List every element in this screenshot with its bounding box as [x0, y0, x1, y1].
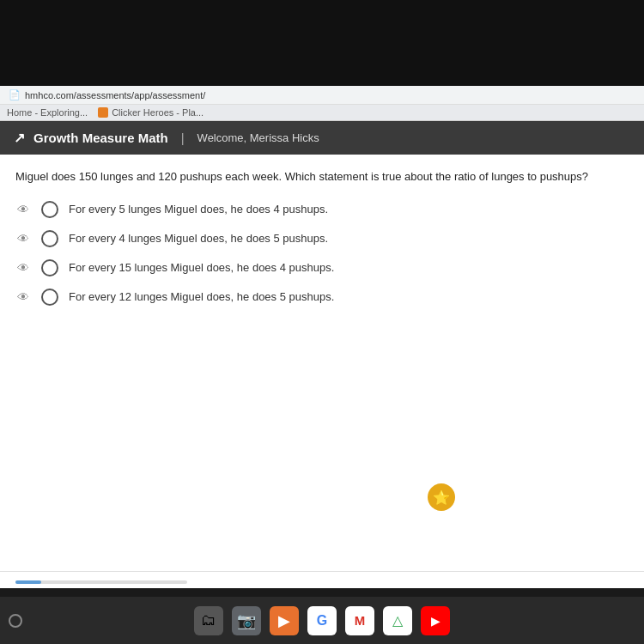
option-3-text: For every 15 lunges Miguel does, he does…: [69, 261, 334, 274]
camera-icon[interactable]: 📷: [232, 606, 261, 635]
gmail-icon[interactable]: M: [345, 606, 374, 635]
taskbar-circle: [9, 614, 22, 628]
browser-url: hmhco.com/assessments/app/assessment/: [25, 90, 205, 100]
option-1-text: For every 5 lunges Miguel does, he does …: [69, 203, 328, 216]
radio-2[interactable]: [41, 230, 58, 247]
option-1[interactable]: 👁 For every 5 lunges Miguel does, he doe…: [15, 201, 629, 218]
progress-bar-fill: [15, 580, 41, 584]
option-2-text: For every 4 lunges Miguel does, he does …: [69, 232, 328, 245]
header-divider: |: [181, 131, 185, 145]
screen: 📄 hmhco.com/assessments/app/assessment/ …: [0, 86, 644, 592]
option-4-text: For every 12 lunges Miguel does, he does…: [69, 290, 334, 303]
eye-icon-1: 👁: [15, 203, 31, 216]
files-icon[interactable]: 🗂: [194, 606, 223, 635]
google-icon[interactable]: G: [307, 606, 337, 635]
clicker-favicon: [98, 107, 108, 118]
drive-icon[interactable]: △: [383, 606, 412, 635]
option-4[interactable]: 👁 For every 12 lunges Miguel does, he do…: [15, 289, 629, 306]
eye-icon-3: 👁: [15, 261, 31, 275]
youtube-icon[interactable]: ▶: [421, 606, 450, 635]
app-title: Growth Measure Math: [33, 131, 168, 145]
tab-clicker-label: Clicker Heroes - Pla...: [112, 107, 204, 118]
answer-options: 👁 For every 5 lunges Miguel does, he doe…: [15, 201, 629, 306]
radio-4[interactable]: [41, 289, 58, 306]
tab-home[interactable]: Home - Exploring...: [7, 107, 88, 118]
header-arrow-icon[interactable]: ↗: [14, 130, 25, 146]
play-icon[interactable]: ▶: [270, 606, 299, 635]
taskbar: 🗂 📷 ▶ G M △ ▶: [0, 597, 644, 644]
option-2[interactable]: 👁 For every 4 lunges Miguel does, he doe…: [15, 230, 629, 247]
tabs-bar: Home - Exploring... Clicker Heroes - Pla…: [0, 105, 644, 121]
eye-icon-2: 👁: [15, 232, 31, 246]
header-welcome: Welcome, Merissa Hicks: [197, 131, 319, 144]
app-header: ↗ Growth Measure Math | Welcome, Merissa…: [0, 121, 644, 155]
eye-icon-4: 👁: [15, 290, 31, 304]
radio-1[interactable]: [41, 201, 58, 218]
tab-clicker[interactable]: Clicker Heroes - Pla...: [98, 107, 204, 118]
bezel-top: [0, 0, 644, 86]
floating-badge: ⭐: [428, 483, 455, 511]
radio-3[interactable]: [41, 259, 58, 276]
tab-home-label: Home - Exploring...: [7, 107, 88, 118]
content-area: Miguel does 150 lunges and 120 pushups e…: [0, 155, 644, 571]
question-text: Miguel does 150 lunges and 120 pushups e…: [15, 168, 629, 185]
browser-bar: 📄 hmhco.com/assessments/app/assessment/: [0, 86, 644, 105]
bezel-bottom-strip: [0, 588, 644, 597]
browser-favicon: 📄: [9, 89, 21, 100]
option-3[interactable]: 👁 For every 15 lunges Miguel does, he do…: [15, 259, 629, 276]
progress-bar-container: [15, 580, 187, 584]
